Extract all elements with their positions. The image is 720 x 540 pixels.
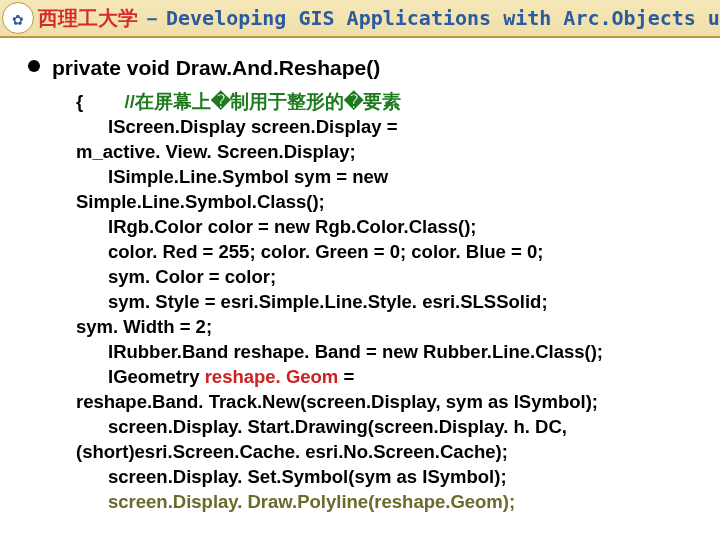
code-line: ISimple.Line.Symbol sym = new [76,165,696,190]
code-line: sym. Width = 2; [76,315,696,340]
university-logo: ✿ [2,2,34,34]
code-line: Simple.Line.Symbol.Class(); [76,190,696,215]
slide-body: private void Draw.And.Reshape() { //在屏幕上… [0,38,720,515]
code-highlight: reshape. Geom [205,366,339,387]
code-line: IRubber.Band reshape. Band = new Rubber.… [76,340,696,365]
code-text: IGeometry [108,366,205,387]
bullet-icon [28,60,40,72]
code-line: sym. Color = color; [76,265,696,290]
code-line: m_active. View. Screen.Display; [76,140,696,165]
open-brace: { [76,90,104,115]
code-line: (short)esri.Screen.Cache. esri.No.Screen… [76,440,696,465]
header-separator: － [142,5,162,32]
code-line: sym. Style = esri.Simple.Line.Style. esr… [76,290,696,315]
header-bar: ✿ 西理工大学 － Developing GIS Applications wi… [0,0,720,38]
code-line: IScreen.Display screen.Display = [76,115,696,140]
course-subtitle: Developing GIS Applications with Arc.Obj… [166,6,720,30]
code-line: screen.Display. Draw.Polyline(reshape.Ge… [76,490,696,515]
code-line: IGeometry reshape. Geom = [76,365,696,390]
code-block: { //在屏幕上�制用于整形的�要素 IScreen.Display scree… [76,90,696,514]
logo-glyph: ✿ [13,8,24,29]
code-line: { //在屏幕上�制用于整形的�要素 [76,90,696,115]
university-name: 西理工大学 [38,5,138,32]
code-line: reshape.Band. Track.New(screen.Display, … [76,390,696,415]
code-comment: //在屏幕上�制用于整形的�要素 [125,91,401,112]
code-line: IRgb.Color color = new Rgb.Color.Class()… [76,215,696,240]
method-signature-row: private void Draw.And.Reshape() [28,54,696,82]
code-line: color. Red = 255; color. Green = 0; colo… [76,240,696,265]
code-text: = [338,366,354,387]
slide: ✿ 西理工大学 － Developing GIS Applications wi… [0,0,720,540]
code-line: screen.Display. Set.Symbol(sym as ISymbo… [76,465,696,490]
method-signature: private void Draw.And.Reshape() [52,54,380,82]
code-line: screen.Display. Start.Drawing(screen.Dis… [76,415,696,440]
